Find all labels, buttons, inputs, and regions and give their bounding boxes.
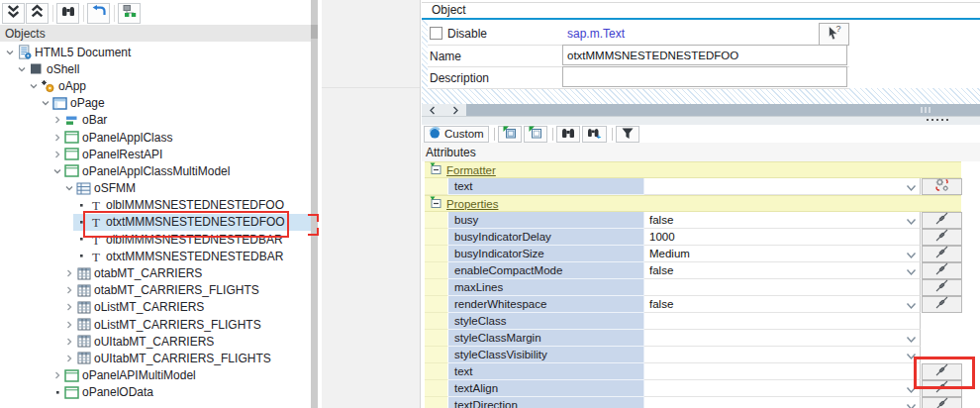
- expander-collapsed-icon[interactable]: [51, 150, 63, 159]
- expander-collapsed-icon[interactable]: [63, 285, 75, 295]
- tree-item-oUItabMT_CARRIERS[interactable]: oUItabMT_CARRIERS: [0, 333, 311, 350]
- splitter-grip-dots[interactable]: [927, 119, 948, 121]
- expander-expanded-icon[interactable]: [28, 81, 40, 91]
- tree-item-oBar[interactable]: oBar: [0, 112, 311, 129]
- tree-item-HTML5 Document[interactable]: HTML5 Document: [0, 44, 311, 60]
- paste-window-button[interactable]: [498, 126, 522, 143]
- tree-item-oUItabMT_CARRIERS_FLIGHTS[interactable]: oUItabMT_CARRIERS_FLIGHTS: [0, 350, 311, 366]
- hierarchy-button[interactable]: [118, 3, 141, 24]
- tree-item-olblMMMSNESTEDNESTEDFOO[interactable]: TolblMMMSNESTEDNESTEDFOO: [0, 197, 311, 214]
- expander-expanded-icon[interactable]: [63, 183, 75, 193]
- expander-collapsed-icon[interactable]: [51, 370, 63, 380]
- expand-all-button[interactable]: [26, 3, 49, 24]
- property-value-cell[interactable]: 1000: [644, 229, 921, 246]
- property-value-cell[interactable]: [644, 397, 921, 408]
- dropdown-icon[interactable]: [906, 384, 917, 396]
- tree-item-oPanelApplClass[interactable]: oPanelApplClass: [0, 129, 311, 146]
- bind-property-button[interactable]: [922, 279, 962, 296]
- property-value-cell[interactable]: [644, 313, 921, 330]
- tree-item-oPanelApplClassMultiModel[interactable]: oPanelApplClassMultiModel: [0, 162, 311, 179]
- expander-collapsed-icon[interactable]: [63, 302, 75, 312]
- expander-collapsed-icon[interactable]: [63, 337, 75, 347]
- horizontal-scrollbar[interactable]: [422, 104, 980, 116]
- tree-vertical-scrollbar[interactable]: [311, 0, 318, 408]
- tree-item-oPage[interactable]: oPage: [0, 95, 311, 112]
- tree-item-oSFMM[interactable]: oSFMM: [0, 180, 311, 197]
- bind-property-button[interactable]: [922, 246, 962, 262]
- property-name-cell[interactable]: textAlign: [448, 380, 644, 397]
- property-name-cell[interactable]: enableCompactMode: [448, 262, 644, 279]
- bind-property-button[interactable]: [922, 212, 962, 229]
- property-value-cell[interactable]: [644, 279, 921, 296]
- property-value-cell[interactable]: false: [644, 262, 921, 279]
- tree-item-oPanelAPIMultiModel[interactable]: oPanelAPIMultiModel: [0, 367, 311, 384]
- bind-property-button[interactable]: [922, 380, 962, 397]
- tree-item-otxtMMMSNESTEDNESTEDFOO[interactable]: TotxtMMMSNESTEDNESTEDFOO: [0, 214, 311, 231]
- bind-property-button[interactable]: [922, 296, 962, 313]
- bind-property-button[interactable]: [922, 397, 962, 408]
- tree-item-oApp[interactable]: oApp: [0, 77, 311, 94]
- class-link[interactable]: sap.m.Text: [567, 27, 625, 41]
- copy-window-button[interactable]: [524, 126, 547, 143]
- tree-item-otabMT_CARRIERS_FLIGHTS[interactable]: otabMT_CARRIERS_FLIGHTS: [0, 282, 311, 299]
- dropdown-icon[interactable]: [906, 351, 917, 362]
- expander-collapsed-icon[interactable]: [63, 268, 75, 278]
- tree-item-oPanelOData[interactable]: oPanelOData: [0, 384, 311, 401]
- property-value-cell[interactable]: false: [644, 296, 921, 313]
- formatter-button[interactable]: [922, 178, 962, 195]
- panel-divider-area[interactable]: [322, 0, 421, 408]
- property-value-cell[interactable]: [644, 363, 921, 380]
- property-name-cell[interactable]: text: [448, 363, 644, 380]
- undo-button[interactable]: [87, 3, 110, 24]
- bind-property-button[interactable]: [922, 262, 962, 279]
- property-name-cell[interactable]: styleClassMargin: [448, 330, 644, 347]
- find-button[interactable]: [556, 126, 580, 143]
- tree-item-otabMT_CARRIERS[interactable]: otabMT_CARRIERS: [0, 264, 311, 281]
- dropdown-icon[interactable]: [906, 266, 917, 278]
- property-value-cell[interactable]: false: [644, 212, 921, 229]
- disable-checkbox[interactable]: [430, 27, 442, 40]
- section-splitter[interactable]: [422, 116, 980, 125]
- property-name-cell[interactable]: busyIndicatorSize: [448, 246, 644, 262]
- property-name-cell[interactable]: maxLines: [448, 279, 644, 296]
- expander-collapsed-icon[interactable]: [51, 133, 63, 143]
- expander-collapsed-icon[interactable]: [63, 354, 75, 363]
- filter-button[interactable]: [616, 126, 639, 143]
- property-value-cell[interactable]: [644, 347, 921, 363]
- bind-property-button[interactable]: [922, 363, 962, 380]
- tree-item-oShell[interactable]: oShell: [0, 60, 311, 77]
- expander-expanded-icon[interactable]: [40, 98, 51, 108]
- dropdown-icon[interactable]: [906, 216, 917, 228]
- property-name-cell[interactable]: renderWhitespace: [448, 296, 644, 313]
- dropdown-icon[interactable]: [906, 182, 917, 194]
- tree-scrollbar-thumb[interactable]: [311, 25, 318, 39]
- dropdown-icon[interactable]: [906, 250, 917, 261]
- expander-expanded-icon[interactable]: [16, 64, 28, 74]
- property-value-cell[interactable]: [644, 330, 921, 347]
- property-name-cell[interactable]: busyIndicatorDelay: [448, 229, 644, 246]
- property-name-cell[interactable]: text: [448, 178, 644, 195]
- property-name-cell[interactable]: busy: [448, 212, 644, 229]
- expander-collapsed-icon[interactable]: [51, 115, 63, 125]
- custom-button[interactable]: Custom: [424, 126, 489, 143]
- dropdown-icon[interactable]: [906, 401, 917, 408]
- property-value-cell[interactable]: [644, 178, 921, 195]
- property-value-cell[interactable]: Medium: [644, 246, 921, 262]
- dropdown-icon[interactable]: [906, 334, 917, 346]
- inspect-element-button[interactable]: ?: [819, 23, 849, 46]
- tree-item-olblMMMSNESTEDNESTEDBAR[interactable]: TolblMMMSNESTEDNESTEDBAR: [0, 231, 311, 248]
- scrollbar-grip[interactable]: [921, 107, 931, 113]
- expander-collapsed-icon[interactable]: [63, 320, 75, 330]
- description-input[interactable]: [562, 66, 847, 87]
- find-next-button[interactable]: +: [582, 126, 607, 143]
- collapse-all-button[interactable]: [2, 3, 25, 24]
- tree-item-oListMT_CARRIERS_FLIGHTS[interactable]: oListMT_CARRIERS_FLIGHTS: [0, 316, 311, 333]
- property-name-cell[interactable]: styleClass: [448, 313, 644, 330]
- expander-expanded-icon[interactable]: [4, 48, 16, 57]
- dropdown-icon[interactable]: [906, 300, 917, 312]
- tree-item-otxtMMMSNESTEDNESTEDBAR[interactable]: TotxtMMMSNESTEDNESTEDBAR: [0, 248, 311, 264]
- tree-item-oPanelRestAPI[interactable]: oPanelRestAPI: [0, 146, 311, 162]
- group-header[interactable]: Formatter: [425, 161, 961, 178]
- bind-property-button[interactable]: [922, 229, 962, 246]
- property-name-cell[interactable]: textDirection: [448, 397, 644, 408]
